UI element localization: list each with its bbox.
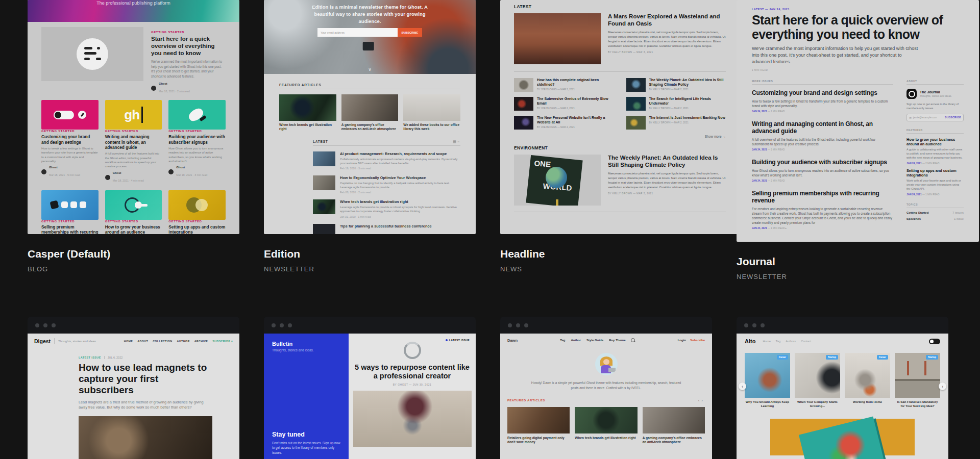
issue-read-time: — 1 MIN READ ▸ xyxy=(767,227,787,230)
theme-card-headline[interactable]: LATEST A Mars Rover Explored a Wasteland… xyxy=(500,0,712,280)
post-excerpt: We've crammed the most important informa… xyxy=(151,59,226,79)
post-tag-label: GETTING STARTED xyxy=(151,31,226,34)
more-issues-label: MORE ISSUES xyxy=(752,80,893,85)
topic-count: 1 issue xyxy=(954,217,964,220)
environment-label: ENVIRONMENT xyxy=(514,145,726,150)
nav-item: Tag xyxy=(776,340,780,343)
casper-body: GETTING STARTED Start here for a quick o… xyxy=(28,22,239,234)
key-tile-icon xyxy=(105,190,162,220)
lead-excerpt: Lead magnets are a tried and true method… xyxy=(79,400,212,411)
article-thumb xyxy=(514,97,533,111)
post-excerpt: How to tweak a few settings in Ghost to … xyxy=(41,146,99,164)
digest-lead: LATEST ISSUE JUL 6, 2022 How to use lead… xyxy=(79,356,212,459)
post-meta: Mar 18, 2021 · 4 min read xyxy=(113,179,144,182)
latest-label: LATEST — JAN 24, 2021 xyxy=(752,8,964,11)
site-nav: Tag Author Style Guide Buy Theme xyxy=(560,338,635,342)
theme-card-casper[interactable]: The professional publishing platform GET… xyxy=(28,0,239,280)
latest-item: AI product management: Research, require… xyxy=(313,151,460,170)
post-card: GETTING STARTED Building your audience w… xyxy=(168,100,226,184)
post-tag-label: GETTING STARTED xyxy=(41,130,99,133)
window-control-dot xyxy=(288,323,292,327)
post-meta: Mar 18, 2021 · 3 min read xyxy=(176,173,207,176)
signup-block: Stay tuned Don't miss out on the latest … xyxy=(272,431,340,459)
browser-chrome xyxy=(737,317,948,334)
site-logo: Bulletin xyxy=(272,341,340,347)
theme-name: Edition xyxy=(264,248,476,260)
theme-card-dawn[interactable]: Dawn Tag Author Style Guide Buy Theme Lo… xyxy=(500,317,712,459)
featured-label: FEATURED xyxy=(906,129,964,134)
journal-sidebar: ABOUT The Journal Thoughts, stories and … xyxy=(906,80,964,238)
browser-chrome xyxy=(500,317,712,334)
post-tag-label: GETTING STARTED xyxy=(41,220,99,223)
theme-card-bulletin[interactable]: Bulletin Thoughts, stories and ideas. St… xyxy=(264,317,476,459)
issue-excerpt: How to tweak a few settings in Ghost to … xyxy=(752,99,893,108)
article-excerpt: Capitalize on low hanging fruit to ident… xyxy=(340,181,460,189)
book-cover xyxy=(798,416,886,459)
post-card: Startup Is San Francisco Mandatory for Y… xyxy=(895,353,940,409)
headline-preview: LATEST A Mars Rover Explored a Wasteland… xyxy=(500,0,740,234)
nav-item: COLLECTION xyxy=(153,340,172,343)
author-name: Ghost xyxy=(113,171,144,174)
issue-title: Customizing your brand and design settin… xyxy=(752,90,893,97)
article-title: The Internet Is Just Investment Banking … xyxy=(649,116,725,120)
issue-title: Selling premium memberships with recurri… xyxy=(752,190,893,205)
post-card: GETTING STARTED Setting up apps and cust… xyxy=(168,190,226,234)
spiral-logo-icon xyxy=(404,342,421,359)
edition-hero-photo: Edition is a minimal newsletter theme fo… xyxy=(264,0,476,74)
issue-read-time: — 2 MIN READ xyxy=(767,180,785,182)
carousel-prev-icon: ‹ xyxy=(739,382,746,390)
show-more-link: Show more → xyxy=(514,135,726,138)
alto-header: Alto Home Tag Authors Contact xyxy=(745,334,940,349)
dot-icon xyxy=(446,339,448,341)
edition-hero-text: Edition is a minimal newsletter theme fo… xyxy=(305,0,435,24)
view-grid-icon: ▦ xyxy=(453,140,457,143)
book-hero-block xyxy=(770,419,915,455)
post-title: How to grow your business around an audi… xyxy=(105,224,162,234)
theme-name: Headline xyxy=(500,248,712,260)
theme-card-alto[interactable]: Alto Home Tag Authors Contact ‹ › Career… xyxy=(737,317,948,459)
article-title: We added these books to our office libra… xyxy=(403,123,460,132)
post-title: Writing and managing content in Ghost, a… xyxy=(105,134,162,150)
issue-read-time: — 3 MIN READ xyxy=(767,148,785,151)
theme-category: NEWSLETTER xyxy=(737,273,948,280)
article-thumb xyxy=(507,407,570,434)
post-title: Setting up apps and custom integrations xyxy=(168,224,226,234)
casper-site-tagline: The professional publishing platform xyxy=(28,1,239,6)
article-thumb xyxy=(626,116,646,130)
grid-article: The New Personal Website Isn't Really a … xyxy=(514,116,614,130)
site-name: The Journal xyxy=(920,90,952,94)
window-control-dot xyxy=(516,323,520,327)
article-title: A Mars Rover Explored a Wasteland and Fo… xyxy=(608,13,726,28)
digest-preview: Digest Thoughts, stories and ideas. HOME… xyxy=(28,334,239,459)
topic-row: Getting Started7 issues xyxy=(906,211,964,214)
post-tag-label: GETTING STARTED xyxy=(168,130,226,133)
article-meta: Feb 19, 2020 · 3 min read xyxy=(340,167,460,170)
theme-card-digest[interactable]: Digest Thoughts, stories and ideas. HOME… xyxy=(28,317,239,459)
article-excerpt: A guide to collaborating with other staf… xyxy=(906,148,964,160)
topics-label: TOPICS xyxy=(906,203,964,208)
about-text: Sign up now to get access to the library… xyxy=(906,102,964,111)
issue-item: Customizing your brand and design settin… xyxy=(752,90,893,113)
article-title: Why You Should Always Keep Learning xyxy=(745,400,790,409)
theme-card-edition[interactable]: Edition is a minimal newsletter theme fo… xyxy=(264,0,476,280)
issue-date: JAN 24, 2021 xyxy=(906,193,922,196)
article-title: The Weekly Planet: An Outdated Idea Is S… xyxy=(649,78,726,87)
read-time: 1 MIN READ xyxy=(752,69,964,71)
site-tagline: Thoughts, stories and ideas. xyxy=(920,94,952,97)
topic-name: Speeches xyxy=(906,217,921,220)
issue-item: Writing and managing content in Ghost, a… xyxy=(752,121,893,151)
article-title: AI product management: Research, require… xyxy=(340,151,460,156)
edition-preview: Edition is a minimal newsletter theme fo… xyxy=(264,0,476,234)
article-thumb: Career xyxy=(745,353,790,398)
subscribe-link: Subscribe xyxy=(690,339,705,342)
post-card: gh GETTING STARTED Writing and managing … xyxy=(105,100,162,184)
theme-card-journal[interactable]: LATEST — JAN 24, 2021 Start here for a q… xyxy=(737,0,948,280)
site-logo: Alto xyxy=(745,338,755,344)
nav-item: Buy Theme xyxy=(609,339,625,342)
article-title: The Subversive Genius of Extremely Slow … xyxy=(537,97,614,106)
post-title: Start here for a quick overview of every… xyxy=(151,36,226,57)
article-byline: BY KELLY BROWN — MAR 2, 2021 xyxy=(649,107,726,110)
journal-logo-icon xyxy=(906,89,917,99)
post-excerpt: A full overview of all the features buil… xyxy=(105,151,162,169)
post-title: Customizing your brand and design settin… xyxy=(41,134,99,145)
